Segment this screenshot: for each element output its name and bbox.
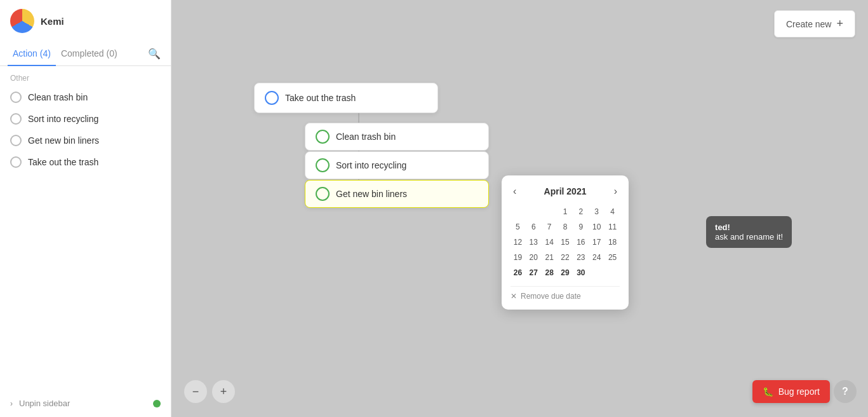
zoom-controls: − + (184, 380, 235, 403)
subtask-card-3[interactable]: Get new bin liners (305, 180, 489, 208)
task-label: Sort into recycling (28, 114, 98, 124)
subtask-card-2[interactable]: Sort into recycling (305, 151, 489, 179)
section-label: Other (0, 66, 171, 86)
remove-label: Remove due date (521, 292, 581, 301)
sidebar-header: Kemi (0, 0, 171, 42)
subtask-card-1[interactable]: Clean trash bin (305, 123, 489, 151)
calendar-day[interactable]: 4 (605, 205, 620, 219)
task-label: Take out the trash (28, 157, 98, 167)
tab-action[interactable]: Action (4) (8, 42, 56, 66)
calendar-day (542, 205, 557, 219)
sidebar-task-1[interactable]: Clean trash bin (0, 86, 171, 108)
bug-report-button[interactable]: 🐛 Bug report (752, 380, 830, 403)
calendar-day (589, 266, 604, 280)
calendar-day[interactable]: 24 (589, 250, 604, 264)
unpin-sidebar-button[interactable]: › Unpin sidebar (0, 390, 171, 417)
task-label: Clean trash bin (28, 92, 88, 102)
calendar-day[interactable]: 16 (573, 235, 588, 249)
calendar-day[interactable]: 8 (558, 220, 573, 234)
calendar-day[interactable]: 9 (573, 220, 588, 234)
calendar-day[interactable]: 19 (511, 250, 525, 264)
calendar-next-button[interactable]: › (611, 184, 620, 198)
search-icon[interactable]: 🔍 (145, 43, 163, 65)
online-indicator (153, 400, 161, 407)
bug-icon: 🐛 (763, 386, 773, 397)
calendar-day[interactable]: 22 (558, 250, 573, 264)
unpin-label: Unpin sidebar (19, 399, 70, 408)
task-circle (10, 135, 22, 146)
task-circle (10, 92, 22, 103)
calendar-day[interactable]: 27 (526, 266, 541, 280)
parent-task-card[interactable]: Take out the trash (254, 83, 438, 113)
calendar-day[interactable]: 30 (573, 266, 588, 280)
calendar-day[interactable]: 18 (605, 235, 620, 249)
calendar-day[interactable]: 12 (511, 235, 525, 249)
hint-line-2: ask and rename it! (715, 232, 783, 242)
task-status-circle (316, 130, 330, 144)
calendar-day[interactable]: 6 (526, 220, 541, 234)
calendar-title: April 2021 (544, 186, 587, 196)
calendar-day (526, 205, 541, 219)
bug-report-label: Bug report (778, 386, 820, 397)
calendar-day[interactable]: 2 (573, 205, 588, 219)
calendar-day[interactable]: 13 (526, 235, 541, 249)
calendar-day[interactable]: 11 (605, 220, 620, 234)
calendar-day[interactable]: 7 (542, 220, 557, 234)
task-status-circle (316, 187, 330, 201)
calendar-day[interactable]: 26 (511, 266, 525, 280)
help-label: ? (842, 386, 848, 397)
calendar-day (511, 205, 525, 219)
calendar-day (605, 266, 620, 280)
main-canvas: Create new + Take out the trash Clean tr… (171, 0, 868, 417)
calendar-day[interactable]: 21 (542, 250, 557, 264)
tab-bar: Action (4) Completed (0) 🔍 (0, 42, 171, 66)
hint-tooltip: ted! ask and rename it! (706, 216, 792, 248)
calendar-day[interactable]: 15 (558, 235, 573, 249)
calendar-day[interactable]: 1 (558, 205, 573, 219)
calendar-day[interactable]: 10 (589, 220, 604, 234)
task-circle (10, 156, 22, 168)
sidebar-task-4[interactable]: Take out the trash (0, 151, 171, 173)
chevron-right-icon: › (10, 399, 13, 408)
help-button[interactable]: ? (834, 380, 857, 403)
hint-line-1: ted! (715, 222, 783, 232)
calendar-day[interactable]: 5 (511, 220, 525, 234)
calendar-header: ‹ April 2021 › (511, 184, 620, 198)
avatar (10, 9, 34, 33)
user-name: Kemi (41, 16, 64, 27)
subtask-label: Sort into recycling (336, 160, 406, 170)
calendar-day[interactable]: 23 (573, 250, 588, 264)
calendar-day[interactable]: 29 (558, 266, 573, 280)
task-label: Get new bin liners (28, 135, 99, 146)
task-circle (10, 113, 22, 125)
calendar-grid: 1234567891011121314151617181920212223242… (511, 205, 620, 280)
calendar-day[interactable]: 17 (589, 235, 604, 249)
sidebar: Kemi Action (4) Completed (0) 🔍 Other Cl… (0, 0, 171, 417)
calendar-prev-button[interactable]: ‹ (511, 184, 519, 198)
canvas-area: Take out the trash Clean trash bin Sort … (171, 0, 868, 417)
task-status-circle (316, 158, 330, 172)
calendar-popup: ‹ April 2021 › 1234567891011121314151617… (502, 175, 629, 310)
zoom-in-button[interactable]: + (212, 380, 235, 403)
sidebar-task-2[interactable]: Sort into recycling (0, 108, 171, 130)
calendar-day[interactable]: 3 (589, 205, 604, 219)
remove-due-date-button[interactable]: ✕ Remove due date (511, 286, 620, 301)
task-status-circle (265, 91, 279, 105)
subtask-label: Clean trash bin (336, 132, 396, 142)
parent-task-label: Take out the trash (285, 93, 356, 103)
calendar-day[interactable]: 28 (542, 266, 557, 280)
tab-completed[interactable]: Completed (0) (56, 42, 123, 66)
calendar-day[interactable]: 14 (542, 235, 557, 249)
zoom-out-button[interactable]: − (184, 380, 207, 403)
calendar-day[interactable]: 25 (605, 250, 620, 264)
calendar-day[interactable]: 20 (526, 250, 541, 264)
close-icon: ✕ (511, 292, 517, 301)
sidebar-task-3[interactable]: Get new bin liners (0, 130, 171, 151)
subtask-label: Get new bin liners (336, 189, 407, 199)
